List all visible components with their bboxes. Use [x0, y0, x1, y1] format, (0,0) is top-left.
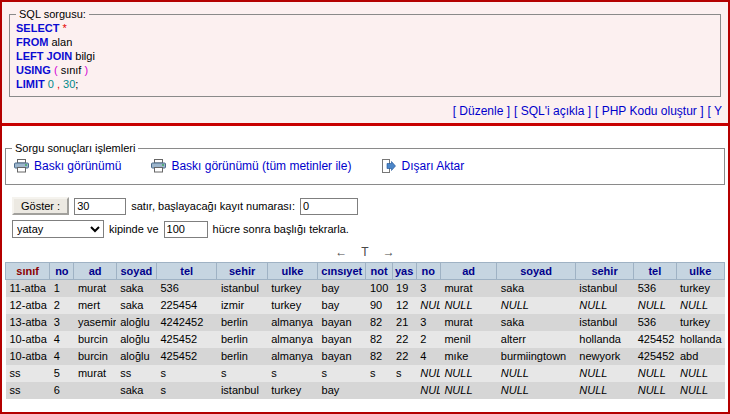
table-cell: 3 — [416, 280, 440, 297]
table-cell: NULL — [497, 382, 576, 399]
table-cell: 82 — [366, 348, 392, 365]
column-header-cınsıyet[interactable]: cınsıyet — [318, 263, 366, 280]
table-cell: saka — [116, 297, 156, 314]
table-cell: bayan — [318, 348, 366, 365]
table-cell: bayan — [318, 331, 366, 348]
table-cell: 3 — [416, 314, 440, 331]
table-cell: 425452 — [634, 348, 676, 365]
table-cell: burcin — [74, 348, 116, 365]
table-cell: saka — [116, 280, 156, 297]
query-result-header: SQL sorgusu: SELECT *FROM alanLEFT JOIN … — [2, 2, 728, 126]
rows-count-input[interactable] — [74, 198, 126, 215]
query-action-link[interactable]: [ SQL'i açıkla ] — [514, 104, 591, 118]
sql-line: FROM alan — [16, 35, 714, 49]
query-action-link[interactable]: [ Y — [708, 104, 722, 118]
table-cell: NULL — [634, 297, 676, 314]
operation-link[interactable]: Dışarı Aktar — [381, 159, 464, 173]
table-row: 11-atba1muratsaka536istanbulturkeybay100… — [6, 280, 725, 297]
column-header-not[interactable]: not — [366, 263, 392, 280]
column-header-sehir[interactable]: sehir — [575, 263, 633, 280]
table-cell: saka — [116, 382, 156, 399]
sql-line: LEFT JOIN bilgi — [16, 49, 714, 63]
table-cell: murat — [74, 365, 116, 382]
table-cell: 21 — [392, 314, 416, 331]
sql-token: FROM — [16, 36, 48, 48]
rows-per-page-label: satır, başlayacağı kayıt numarası: — [131, 200, 295, 212]
sql-query-text: SELECT *FROM alanLEFT JOIN bilgiUSING ( … — [16, 21, 714, 91]
operation-link[interactable]: Baskı görünümü — [14, 159, 121, 173]
table-cell: turkey — [267, 297, 317, 314]
table-cell: NULL — [416, 365, 440, 382]
repeat-headers-input[interactable] — [164, 221, 208, 238]
query-action-link[interactable]: [ PHP Kodu oluştur ] — [595, 104, 704, 118]
column-header-ulke[interactable]: ulke — [676, 263, 725, 280]
table-cell: 13-atba — [6, 314, 50, 331]
nav-right-arrow[interactable]: → — [383, 245, 395, 259]
sql-token: USING — [16, 64, 51, 76]
table-cell: 4242452 — [157, 314, 217, 331]
results-table-head-row: sınıfnoadsoyadtelsehirulkecınsıyetnotyas… — [6, 263, 725, 280]
table-cell: s — [157, 365, 217, 382]
operation-link[interactable]: Baskı görünümü (tüm metinler ile) — [151, 159, 351, 173]
table-cell: 6 — [50, 382, 74, 399]
table-cell: turkey — [676, 314, 725, 331]
column-header-ad[interactable]: ad — [440, 263, 496, 280]
operation-label: Dışarı Aktar — [401, 159, 464, 173]
sql-token: 30 — [63, 78, 75, 90]
nav-top-control[interactable]: T — [361, 245, 368, 259]
column-header-ulke[interactable]: ulke — [267, 263, 317, 280]
sql-token: LIMIT — [16, 78, 45, 90]
show-button[interactable]: Göster : — [12, 197, 69, 215]
table-cell: NULL — [575, 365, 633, 382]
table-cell: almanya — [267, 331, 317, 348]
table-cell: mert — [74, 297, 116, 314]
table-cell: 536 — [634, 280, 676, 297]
column-header-ad[interactable]: ad — [74, 263, 116, 280]
sql-line: USING ( sınıf ) — [16, 63, 714, 77]
query-action-links: [ Düzenle ][ SQL'i açıkla ][ PHP Kodu ol… — [6, 104, 722, 118]
table-cell: NULL — [497, 297, 576, 314]
column-header-sehir[interactable]: sehir — [217, 263, 267, 280]
query-action-link[interactable]: [ Düzenle ] — [453, 104, 510, 118]
table-cell: istanbul — [217, 280, 267, 297]
table-row: 13-atba3yaseminaloğlu4242452berlinalmany… — [6, 314, 725, 331]
table-cell: 82 — [366, 331, 392, 348]
table-cell: turkey — [267, 382, 317, 399]
table-cell: NULL — [497, 365, 576, 382]
column-header-no[interactable]: no — [416, 263, 440, 280]
repeat-headers-label: hücre sonra başlığı tekrarla. — [213, 223, 349, 235]
table-cell: 2 — [416, 331, 440, 348]
column-header-soyad[interactable]: soyad — [497, 263, 576, 280]
table-cell: abd — [676, 348, 725, 365]
print-icon — [14, 159, 29, 173]
nav-left-arrow[interactable]: ← — [335, 245, 347, 259]
column-header-yas[interactable]: yas — [392, 263, 416, 280]
table-cell: 4 — [416, 348, 440, 365]
table-cell: hollanda — [676, 331, 725, 348]
column-header-tel[interactable]: tel — [634, 263, 676, 280]
column-header-tel[interactable]: tel — [157, 263, 217, 280]
start-record-input[interactable] — [300, 198, 358, 215]
results-table-body: 11-atba1muratsaka536istanbulturkeybay100… — [6, 280, 725, 399]
column-header-soyad[interactable]: soyad — [116, 263, 156, 280]
table-row: 10-atba4burcinaloğlu425452berlinalmanyab… — [6, 348, 725, 365]
results-section: Sorgu sonuçları işlemleri Baskı görünümü… — [2, 126, 728, 399]
display-controls: Göster : satır, başlayacağı kayıt numara… — [12, 197, 728, 238]
table-cell: s — [157, 382, 217, 399]
table-navigation: ←T→ — [2, 245, 728, 259]
sql-token: alan — [48, 36, 72, 48]
sql-line: LIMIT 0 , 30; — [16, 77, 714, 91]
table-cell: ss — [6, 382, 50, 399]
table-cell: burmiingtown — [497, 348, 576, 365]
table-row: 12-atba2mertsaka225454izmirturkeybay9012… — [6, 297, 725, 314]
table-cell: 22 — [392, 331, 416, 348]
table-cell: 536 — [634, 314, 676, 331]
table-cell: berlin — [217, 348, 267, 365]
column-header-no[interactable]: no — [50, 263, 74, 280]
table-cell: aloğlu — [116, 331, 156, 348]
table-cell: almanya — [267, 314, 317, 331]
table-cell: 100 — [366, 280, 392, 297]
table-cell: 5 — [50, 365, 74, 382]
column-header-sınıf[interactable]: sınıf — [6, 263, 50, 280]
mode-select[interactable]: yatay — [12, 220, 104, 238]
